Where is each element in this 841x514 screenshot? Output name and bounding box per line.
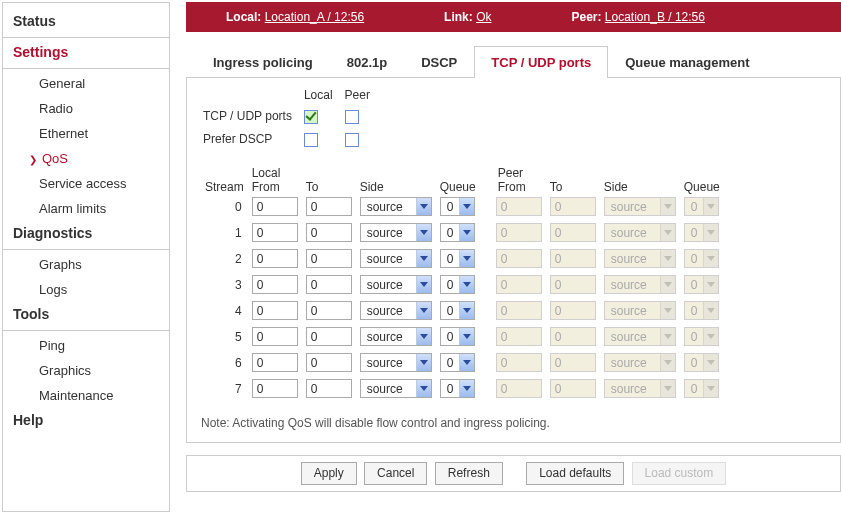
local-from-input[interactable] [252, 327, 298, 346]
nav-radio[interactable]: Radio [3, 96, 169, 121]
peer-side-select: source [604, 301, 676, 320]
stream-index: 3 [201, 272, 248, 298]
chevron-down-icon [703, 250, 718, 267]
hdr-local-from: From [248, 180, 302, 194]
local-to-input[interactable] [306, 223, 352, 242]
local-queue-select[interactable]: 0 [440, 223, 476, 242]
opt-tcpudp-peer-checkbox[interactable] [345, 110, 359, 124]
opt-tcpudp-local-checkbox[interactable] [304, 110, 318, 124]
hdr-group-peer: Peer [480, 166, 724, 180]
peer-to-input [550, 275, 596, 294]
local-from-input[interactable] [252, 275, 298, 294]
peer-to-input [550, 379, 596, 398]
opt-preferdscp-local-checkbox[interactable] [304, 133, 318, 147]
nav-help[interactable]: Help [3, 408, 169, 436]
tab-dscp[interactable]: DSCP [404, 46, 474, 78]
nav-maintenance[interactable]: Maintenance [3, 383, 169, 408]
hdr-peer-queue: Queue [680, 180, 724, 194]
local-from-input[interactable] [252, 353, 298, 372]
local-from-input[interactable] [252, 223, 298, 242]
local-side-select[interactable]: source [360, 327, 432, 346]
load-defaults-button[interactable]: Load defaults [526, 462, 624, 485]
chevron-down-icon [703, 198, 718, 215]
local-queue-select[interactable]: 0 [440, 275, 476, 294]
nav-service-access[interactable]: Service access [3, 171, 169, 196]
local-side-select[interactable]: source [360, 379, 432, 398]
peer-from-input [496, 197, 542, 216]
local-side-select[interactable]: source [360, 197, 432, 216]
local-side-select[interactable]: source [360, 223, 432, 242]
local-side-select[interactable]: source [360, 353, 432, 372]
local-to-input[interactable] [306, 249, 352, 268]
local-to-input[interactable] [306, 197, 352, 216]
button-bar: Apply Cancel Refresh Load defaults Load … [186, 455, 841, 492]
nav-settings[interactable]: Settings [3, 40, 169, 69]
local-side-select[interactable]: source [360, 301, 432, 320]
stream-index: 7 [201, 376, 248, 402]
status-peer-value[interactable]: Location_B / 12:56 [605, 10, 705, 24]
local-to-input[interactable] [306, 379, 352, 398]
load-custom-button: Load custom [632, 462, 727, 485]
chevron-down-icon [459, 198, 474, 215]
status-peer-label: Peer: [571, 10, 601, 24]
peer-from-input [496, 275, 542, 294]
refresh-button[interactable]: Refresh [435, 462, 503, 485]
nav-ethernet[interactable]: Ethernet [3, 121, 169, 146]
local-to-input[interactable] [306, 327, 352, 346]
status-local-label: Local: [226, 10, 261, 24]
local-side-select[interactable]: source [360, 275, 432, 294]
local-from-input[interactable] [252, 379, 298, 398]
local-to-input[interactable] [306, 301, 352, 320]
local-from-input[interactable] [252, 301, 298, 320]
local-queue-select[interactable]: 0 [440, 197, 476, 216]
nav-status[interactable]: Status [3, 9, 169, 38]
nav-diagnostics[interactable]: Diagnostics [3, 221, 169, 250]
nav-ping[interactable]: Ping [3, 333, 169, 358]
enable-options: Local Peer TCP / UDP ports Prefer DSCP [201, 86, 382, 152]
nav-alarm-limits[interactable]: Alarm limits [3, 196, 169, 221]
local-side-select[interactable]: source [360, 249, 432, 268]
peer-queue-select: 0 [684, 353, 720, 372]
nav-qos[interactable]: QoS [3, 146, 169, 171]
stream-row: 4source0source0 [201, 298, 724, 324]
chevron-down-icon [416, 250, 431, 267]
peer-side-select: source [604, 353, 676, 372]
nav-graphs[interactable]: Graphs [3, 252, 169, 277]
tab-queue-mgmt[interactable]: Queue management [608, 46, 766, 78]
peer-to-input [550, 197, 596, 216]
status-local-value[interactable]: Location_A / 12:56 [265, 10, 364, 24]
local-queue-select[interactable]: 0 [440, 379, 476, 398]
chevron-down-icon [416, 380, 431, 397]
opt-tcpudp-label: TCP / UDP ports [203, 106, 302, 127]
streams-table: Local Peer Stream From To Side Queue Fro… [201, 166, 724, 402]
local-queue-select[interactable]: 0 [440, 301, 476, 320]
apply-button[interactable]: Apply [301, 462, 357, 485]
cancel-button[interactable]: Cancel [364, 462, 427, 485]
stream-row: 0source0source0 [201, 194, 724, 220]
status-local: Local: Location_A / 12:56 [226, 10, 364, 24]
nav-logs[interactable]: Logs [3, 277, 169, 302]
hdr-local-side: Side [356, 180, 436, 194]
stream-row: 7source0source0 [201, 376, 724, 402]
tab-ingress[interactable]: Ingress policing [196, 46, 330, 78]
status-link-value[interactable]: Ok [476, 10, 491, 24]
local-from-input[interactable] [252, 249, 298, 268]
local-to-input[interactable] [306, 353, 352, 372]
local-queue-select[interactable]: 0 [440, 249, 476, 268]
local-queue-select[interactable]: 0 [440, 327, 476, 346]
tab-8021p[interactable]: 802.1p [330, 46, 404, 78]
opt-preferdscp-peer-checkbox[interactable] [345, 133, 359, 147]
stream-index: 0 [201, 194, 248, 220]
tab-tcpudp[interactable]: TCP / UDP ports [474, 46, 608, 78]
hdr-peer: Peer [345, 88, 380, 104]
nav-tools[interactable]: Tools [3, 302, 169, 331]
peer-from-input [496, 353, 542, 372]
nav-graphics[interactable]: Graphics [3, 358, 169, 383]
chevron-down-icon [459, 380, 474, 397]
local-to-input[interactable] [306, 275, 352, 294]
peer-to-input [550, 353, 596, 372]
nav-general[interactable]: General [3, 71, 169, 96]
local-queue-select[interactable]: 0 [440, 353, 476, 372]
peer-from-input [496, 301, 542, 320]
local-from-input[interactable] [252, 197, 298, 216]
